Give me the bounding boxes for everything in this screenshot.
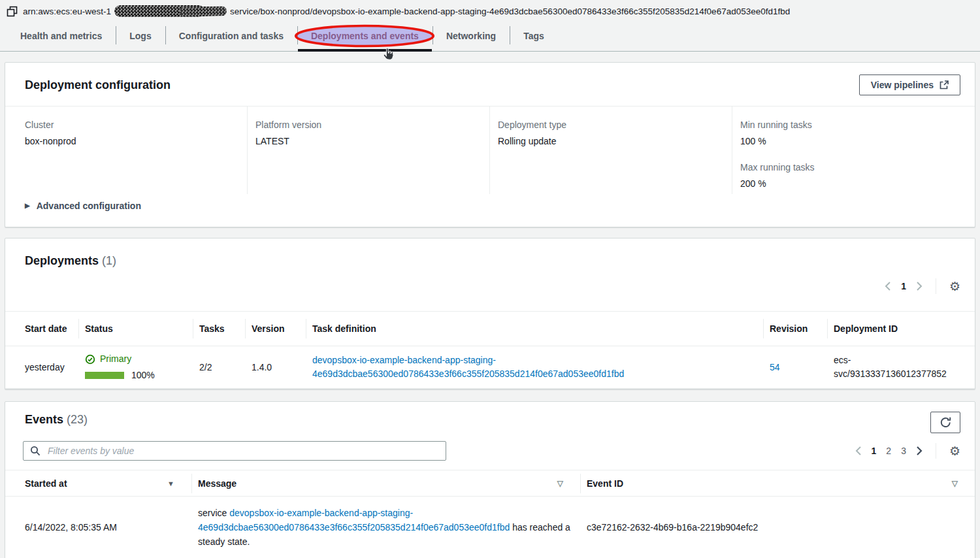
advanced-configuration-expander[interactable]: ▶ Advanced configuration <box>5 194 161 227</box>
deployment-task-definition-cell: devopsbox-io-example-backend-app-staging… <box>306 346 763 389</box>
deployment-id-value: ecs-svc/9313337136012377852 <box>834 353 951 381</box>
platform-version-label: Platform version <box>255 120 482 130</box>
service-tabbar: Health and metrics Logs Configuration an… <box>0 21 980 52</box>
copy-icon[interactable] <box>7 6 18 17</box>
deployment-status-cell: Primary 100% <box>78 346 193 389</box>
arn-suffix: service/box-nonprod/devopsbox-io-example… <box>230 7 790 16</box>
deployment-tasks: 2/2 <box>193 346 245 389</box>
event-started-at: 6/14/2022, 8:05:35 AM <box>5 497 191 558</box>
deployment-start-date: yesterday <box>5 346 78 389</box>
settings-gear-icon[interactable]: ⚙ <box>949 280 960 293</box>
events-count: (23) <box>67 413 88 426</box>
events-table: Started at ▼ Message ▽ Event ID ▽ <box>5 470 975 558</box>
deployments-count: (1) <box>102 254 116 267</box>
events-title: Events <box>25 413 63 426</box>
config-col-task-limits: Min running tasks 100 % Max running task… <box>732 107 975 194</box>
tab-networking[interactable]: Networking <box>433 21 510 51</box>
deployment-version: 1.4.0 <box>245 346 306 389</box>
mouse-cursor-icon <box>382 47 395 61</box>
tab-logs[interactable]: Logs <box>116 21 165 51</box>
deployment-progress-percent: 100% <box>131 369 155 382</box>
deployment-configuration-panel: Deployment configuration View pipelines … <box>5 62 975 227</box>
col-header-status: Status <box>78 312 193 346</box>
search-icon <box>30 446 41 456</box>
min-running-tasks-value: 100 % <box>740 136 967 146</box>
redaction-scribble <box>114 5 227 18</box>
deployment-revision-cell: 54 <box>763 346 827 389</box>
revision-link[interactable]: 54 <box>770 362 780 372</box>
refresh-icon <box>939 416 952 429</box>
deployment-type-value: Rolling update <box>498 136 724 146</box>
ecs-service-page: arn:aws:ecs:eu-west-1 service/box-nonpro… <box>0 0 980 558</box>
page-number-3[interactable]: 3 <box>901 446 906 456</box>
config-col-cluster: Cluster box-nonprod <box>5 107 248 194</box>
view-pipelines-button[interactable]: View pipelines <box>859 74 960 95</box>
sort-descending-icon[interactable]: ▼ <box>167 480 185 487</box>
event-message-service-link[interactable]: devopsbox-io-example-backend-app-staging… <box>198 508 510 533</box>
col-header-start-date: Start date <box>5 312 78 346</box>
deployment-row: yesterday Primary 100% <box>5 346 975 389</box>
col-header-task-definition: Task definition <box>306 312 763 346</box>
max-running-tasks-value: 200 % <box>740 178 967 189</box>
arn-prefix: arn:aws:ecs:eu-west-1 <box>23 7 111 16</box>
deployment-id-cell: ecs-svc/9313337136012377852 <box>827 346 975 389</box>
col-header-version: Version <box>245 312 306 346</box>
event-row: 6/14/2022, 8:05:35 AM service devopsbox-… <box>5 497 975 558</box>
events-filter-box <box>23 441 446 461</box>
cluster-value: box-nonprod <box>25 136 239 146</box>
tab-tags[interactable]: Tags <box>510 21 558 51</box>
deployments-panel: Deployments (1) 1 ⚙ <box>5 238 975 389</box>
next-page-button[interactable] <box>916 446 923 456</box>
deployment-status-label: Primary <box>100 352 131 366</box>
page-number-2[interactable]: 2 <box>886 446 891 456</box>
task-definition-link[interactable]: devopsbox-io-example-backend-app-staging… <box>312 353 757 381</box>
tab-health-and-metrics[interactable]: Health and metrics <box>7 21 116 51</box>
arn-bar: arn:aws:ecs:eu-west-1 service/box-nonpro… <box>0 0 980 20</box>
events-panel: Events (23) 1 <box>5 401 975 558</box>
events-pagination: 1 2 3 ⚙ <box>855 443 960 459</box>
divider <box>936 443 936 459</box>
config-col-deployment-type: Deployment type Rolling update <box>490 107 732 194</box>
platform-version-value: LATEST <box>255 136 482 146</box>
previous-page-button[interactable] <box>885 281 891 291</box>
events-table-header-row: Started at ▼ Message ▽ Event ID ▽ <box>5 470 975 497</box>
event-message-cell: service devopsbox-io-example-backend-app… <box>191 497 580 558</box>
col-header-message[interactable]: Message ▽ <box>191 470 580 497</box>
col-header-event-id[interactable]: Event ID ▽ <box>580 470 975 497</box>
col-header-deployment-id: Deployment ID <box>827 312 975 346</box>
col-header-tasks: Tasks <box>193 312 245 346</box>
col-header-started-at[interactable]: Started at ▼ <box>5 470 191 497</box>
event-message-prefix: service <box>198 508 229 518</box>
deployment-configuration-title: Deployment configuration <box>25 78 171 91</box>
refresh-button[interactable] <box>930 412 960 433</box>
deployments-title: Deployments <box>25 254 99 267</box>
tab-deployments-and-events[interactable]: Deployments and events <box>297 21 433 51</box>
page-number-1[interactable]: 1 <box>872 446 877 456</box>
page-number-1[interactable]: 1 <box>901 281 906 291</box>
sort-icon[interactable]: ▽ <box>557 479 574 488</box>
deployment-type-label: Deployment type <box>498 120 724 130</box>
event-id-value: c3e72162-2632-4b69-b16a-2219b904efc2 <box>580 497 975 558</box>
cluster-label: Cluster <box>25 120 239 130</box>
success-check-icon <box>85 354 95 365</box>
sort-icon[interactable]: ▽ <box>952 479 968 488</box>
next-page-button[interactable] <box>916 281 923 291</box>
tab-configuration-and-tasks[interactable]: Configuration and tasks <box>165 21 297 51</box>
deployment-progress-bar <box>85 372 124 379</box>
config-col-platform-version: Platform version LATEST <box>248 107 490 194</box>
deployments-table: Start date Status Tasks Version Task def… <box>5 311 975 389</box>
previous-page-button[interactable] <box>855 446 862 456</box>
divider <box>936 278 936 294</box>
events-filter-input[interactable] <box>46 445 439 457</box>
max-running-tasks-label: Max running tasks <box>740 162 967 172</box>
deployments-pagination: 1 ⚙ <box>885 278 960 294</box>
external-link-icon <box>939 80 949 90</box>
deployments-table-header-row: Start date Status Tasks Version Task def… <box>5 312 975 346</box>
expand-triangle-icon: ▶ <box>25 203 30 209</box>
settings-gear-icon[interactable]: ⚙ <box>949 445 960 457</box>
col-header-revision: Revision <box>763 312 827 346</box>
min-running-tasks-label: Min running tasks <box>740 120 967 130</box>
